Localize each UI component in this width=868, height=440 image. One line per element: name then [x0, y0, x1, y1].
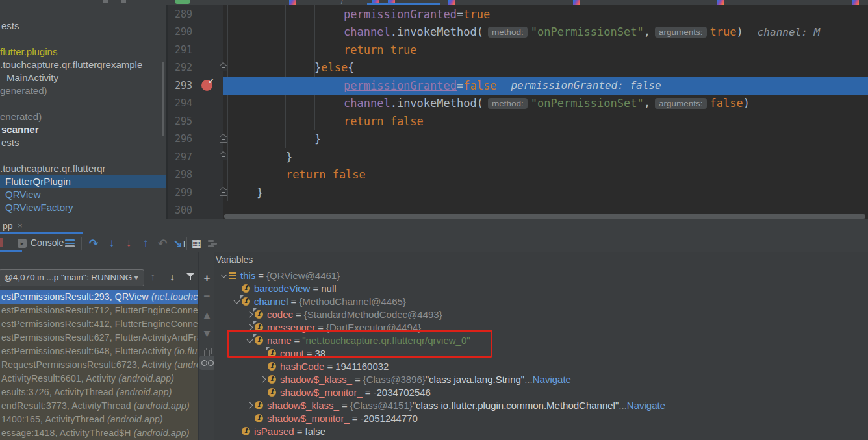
- variable-name: channel: [254, 296, 288, 307]
- thread-selector-dropdown[interactable]: @4,070 in ...p "main": RUNNING ▾: [0, 269, 144, 286]
- move-down-icon[interactable]: ▾: [199, 325, 215, 341]
- line-number: 300: [168, 202, 196, 220]
- sidebar-item-qrviewfactory[interactable]: QRViewFactory: [0, 201, 166, 214]
- layout-settings-icon[interactable]: [65, 239, 75, 247]
- code-token: false: [463, 79, 496, 92]
- step-into-icon[interactable]: ↓: [103, 235, 120, 252]
- sidebar-item-flutterqrplugin[interactable]: FlutterQrPlugin: [0, 175, 166, 188]
- code-content: }: [223, 184, 868, 202]
- code-line-298[interactable]: 298return false: [168, 166, 868, 184]
- variable-row-ispaused[interactable]: fisPaused=false: [214, 424, 868, 437]
- stack-frame-row[interactable]: ActivityResult:6601, Activity (android.a…: [0, 372, 198, 385]
- evaluate-expression-icon[interactable]: ▦: [192, 237, 201, 249]
- stack-frame-row[interactable]: RequestPermissionsResult:6723, Activity …: [0, 358, 198, 372]
- stack-frame-row[interactable]: esults:3726, ActivityThread (android.app…: [0, 385, 198, 399]
- chevron-down-icon[interactable]: [218, 274, 229, 277]
- run-to-cursor-icon[interactable]: ↘I: [171, 235, 188, 252]
- force-step-into-icon[interactable]: ↓: [120, 235, 137, 252]
- variable-row-this[interactable]: this={QRView@4461}: [214, 269, 868, 282]
- stack-frame-row[interactable]: estPermissionsResult:293, QRView (net.to…: [0, 290, 198, 304]
- chevron-right-icon[interactable]: [244, 312, 255, 317]
- sidebar-item--touchcapture-qr-flutterqrexample[interactable]: .touchcapture.qr.flutterqrexample: [0, 58, 166, 71]
- tab-console[interactable]: Console: [31, 238, 64, 248]
- sidebar-item-ests[interactable]: ests: [0, 19, 166, 32]
- stack-frame-row[interactable]: estPermissionsResult:648, FlutterActivit…: [0, 345, 198, 358]
- code-line-295[interactable]: 295return false: [168, 112, 868, 130]
- tab-app[interactable]: pp: [3, 221, 13, 231]
- code-editor[interactable]: 289permissionGranted = true290channel.in…: [168, 5, 868, 219]
- code-line-293[interactable]: 293permissionGranted = falsepermissionGr…: [168, 77, 868, 95]
- chevron-right-icon[interactable]: [244, 403, 255, 408]
- stack-frame-row[interactable]: estPermissionsResult:412, FlutterEngineC…: [0, 317, 198, 331]
- move-up-icon[interactable]: ▴: [199, 307, 215, 323]
- navigate-link[interactable]: Navigate: [533, 374, 571, 385]
- variable-row-hashcode[interactable]: fhashCode=1941160032: [214, 360, 868, 373]
- project-tree-scrollbar[interactable]: [162, 62, 164, 136]
- code-line-291[interactable]: 291return true: [168, 41, 868, 59]
- kotlin-file-icon[interactable]: [573, 0, 580, 5]
- navigate-link[interactable]: Navigate: [627, 400, 665, 411]
- stack-frame-row[interactable]: endResult:3773, ActivityThread (android.…: [0, 399, 198, 413]
- sidebar-item--touchcapture-qr-flutterqr[interactable]: .touchcapture.qr.flutterqr: [0, 162, 166, 175]
- close-icon[interactable]: ×: [18, 221, 23, 230]
- sidebar-item-qrview[interactable]: QRView: [0, 188, 166, 201]
- code-line-289[interactable]: 289permissionGranted = true: [168, 5, 868, 23]
- sidebar-item-ests[interactable]: ests: [0, 136, 166, 149]
- parameter-hint-chip: method:: [488, 27, 528, 38]
- stack-frame-row[interactable]: estPermissionsResult:627, FlutterActivit…: [0, 331, 198, 345]
- variable-row-codec[interactable]: fcodec={StandardMethodCodec@4493}: [214, 308, 868, 321]
- remove-watch-icon[interactable]: −: [199, 289, 215, 304]
- chevron-right-icon[interactable]: [244, 325, 255, 330]
- variable-row-shadow-monitor-[interactable]: fshadow$_monitor_=-2034702546: [214, 385, 868, 398]
- tree-item-label: MainActivity: [0, 72, 58, 83]
- kotlin-file-icon[interactable]: [289, 0, 296, 5]
- sidebar-item-generated-[interactable]: generated): [0, 84, 166, 97]
- code-line-297[interactable]: 297}: [168, 148, 868, 166]
- sidebar-item-scanner[interactable]: scanner: [0, 123, 166, 136]
- variable-row-shadow-klass-[interactable]: fshadow$_klass_={Class@4151} "class io.f…: [214, 398, 868, 411]
- stack-frame-row[interactable]: essage:1418, ActivityThread$H (android.a…: [0, 426, 198, 440]
- code-line-296[interactable]: 296}: [168, 130, 868, 149]
- code-fold-icon[interactable]: [220, 136, 227, 143]
- restore-layout-icon[interactable]: [208, 240, 217, 247]
- show-watches-icon[interactable]: [199, 356, 215, 370]
- editor-horizontal-scrollbar[interactable]: [224, 214, 865, 219]
- gutter-slot: [196, 59, 223, 77]
- step-over-icon[interactable]: ↷: [85, 235, 102, 252]
- tree-item-label: QRView: [0, 189, 40, 200]
- chevron-glyph: [220, 271, 227, 278]
- field-icon: f: [255, 414, 263, 422]
- previous-frame-icon[interactable]: ↑: [150, 271, 155, 283]
- next-frame-icon[interactable]: ↓: [170, 271, 175, 283]
- frame-label: esults:3726, ActivityThread: [1, 387, 116, 397]
- kotlin-file-icon[interactable]: [717, 0, 724, 5]
- code-line-299[interactable]: 299}: [168, 184, 868, 202]
- code-token: true: [710, 25, 737, 38]
- breakpoint-icon[interactable]: [201, 80, 212, 91]
- chevron-glyph: [246, 311, 253, 317]
- chevron-right-icon[interactable]: [257, 377, 268, 382]
- code-line-294[interactable]: 294channel.invokeMethod(method:"onPermis…: [168, 95, 868, 113]
- code-fold-icon[interactable]: [220, 154, 227, 160]
- code-line-290[interactable]: 290channel.invokeMethod(method:"onPermis…: [168, 23, 868, 42]
- drop-frame-icon[interactable]: ↶: [154, 235, 171, 252]
- add-watch-icon[interactable]: +: [199, 271, 215, 286]
- step-out-icon[interactable]: ↑: [137, 235, 154, 252]
- variable-row-shadow-klass-[interactable]: fshadow$_klass_={Class@3896} "class java…: [214, 373, 868, 385]
- variable-row-barcodeview[interactable]: fbarcodeView=null: [214, 282, 868, 295]
- variable-row-shadow-monitor-[interactable]: fshadow$_monitor_=-2051244770: [214, 411, 868, 424]
- stack-frame-row[interactable]: 1400:165, ActivityThread (android.app): [0, 413, 198, 426]
- code-line-292[interactable]: 292} else {: [168, 59, 868, 77]
- code-content: channel.invokeMethod(method:"onPermissio…: [223, 95, 868, 113]
- variable-row-channel[interactable]: fchannel={MethodChannel@4465}: [214, 295, 868, 308]
- filter-frames-icon[interactable]: [186, 273, 194, 281]
- chevron-down-icon[interactable]: [231, 300, 242, 303]
- kotlin-file-icon[interactable]: [448, 0, 455, 5]
- sidebar-item-mainactivity[interactable]: MainActivity: [0, 71, 166, 84]
- sidebar-item-flutter-plugins[interactable]: flutter.plugins: [0, 45, 166, 58]
- stack-frame-row[interactable]: estPermissionsResult:712, FlutterEngineC…: [0, 304, 198, 317]
- kotlin-file-icon[interactable]: [852, 0, 859, 5]
- code-fold-icon[interactable]: [220, 189, 227, 196]
- sidebar-item-enerated-[interactable]: enerated): [0, 110, 166, 123]
- code-fold-icon[interactable]: [220, 65, 227, 71]
